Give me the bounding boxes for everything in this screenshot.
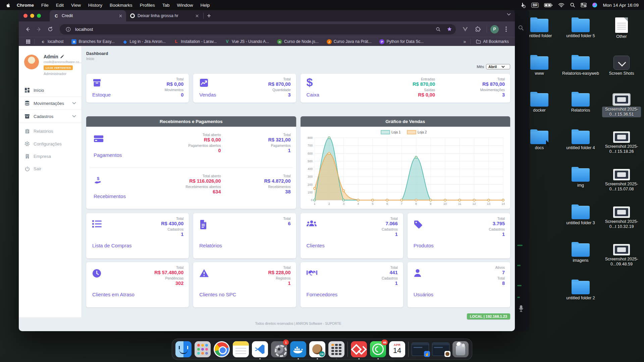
tab-deixar-linha[interactable]: Deixar linha grossa hr [126, 10, 203, 21]
zoom-window-button[interactable] [37, 14, 41, 18]
card-title[interactable]: Caixa [307, 92, 319, 98]
extensions-puzzle-icon[interactable] [473, 24, 483, 35]
dock-trash-icon[interactable] [452, 341, 469, 357]
card-title[interactable]: Estoque [92, 92, 111, 98]
desktop-icon-untitled-folder-5[interactable]: untitled folder 5 [561, 17, 600, 39]
close-tab-icon[interactable] [196, 14, 199, 17]
card-title[interactable]: Produtos [414, 243, 434, 249]
desktop-icon-screenshot-3[interactable]: Screenshot 2025-0...t 15.07.08 [602, 166, 641, 192]
desktop-icon-screen-shots[interactable]: Screen Shots [602, 54, 641, 76]
dock-vscode-icon[interactable] [252, 341, 268, 357]
desktop-icon-relatorios[interactable]: Relatorios [561, 91, 600, 113]
reload-button[interactable] [45, 24, 56, 35]
card-title[interactable]: Clientes no SPC [199, 292, 236, 298]
card-caixa[interactable]: $ Caixa EntradasR$ 870,00 SaídasR$ 0,00 … [301, 74, 511, 103]
bookmark-laravel[interactable]: Installation - Larav... [170, 39, 221, 44]
sidebar-item-relatorios[interactable]: Relatórios [19, 125, 82, 137]
dock-anydesk-icon[interactable] [351, 341, 367, 357]
address-bar[interactable]: localhost [60, 24, 456, 35]
spotlight-search-icon[interactable] [570, 2, 575, 8]
dock-launchpad-icon[interactable] [195, 341, 211, 357]
menu-item-view[interactable]: View [67, 3, 85, 8]
bookmark-vue[interactable]: Vue JS - Usando A... [221, 39, 273, 44]
card-usuarios[interactable]: Usuários Ativos7 Total8 [408, 262, 510, 307]
dock-finder-icon[interactable] [175, 341, 192, 357]
dock-minimized-window-1[interactable]: ☝ [412, 343, 429, 356]
menu-item-history[interactable]: History [85, 3, 106, 8]
control-center-icon[interactable] [581, 3, 587, 7]
dock-calendar-icon[interactable]: APR 14 [389, 341, 405, 357]
card-clientes[interactable]: Clientes Total7.066 Cadastros1 [301, 213, 403, 258]
desktop-icon-img[interactable]: img [561, 166, 600, 188]
card-fornecedores[interactable]: Fornecedores Total441 Cadastros1 [301, 262, 403, 307]
kebab-menu-icon[interactable] [501, 24, 512, 35]
dock-settings-icon[interactable]: 1 [271, 341, 287, 357]
desktop-icon-other[interactable]: Other [602, 17, 641, 39]
recebimentos-row[interactable]: $ Recebimentos Total abertoR$ 116.026,00… [86, 168, 296, 209]
sidebar-item-sair[interactable]: Sair [19, 163, 82, 175]
forward-button[interactable] [34, 24, 44, 35]
bookmark-star-icon[interactable] [445, 25, 454, 34]
card-clientes-em-atraso[interactable]: Clientes em Atraso TotalR$ 57.480,00 Pen… [86, 262, 189, 307]
card-title[interactable]: Clientes em Atraso [92, 292, 135, 298]
dock-minimized-window-2[interactable] [432, 343, 449, 356]
background-window-edge[interactable] [515, 10, 529, 331]
card-title[interactable]: Usuários [414, 292, 433, 298]
card-relatorios[interactable]: Relatórios Total6 [193, 213, 296, 258]
bookmark-jira[interactable]: Log in - Jira Anron... [119, 39, 170, 44]
desktop-icon-imagens[interactable]: imagens [561, 241, 600, 263]
vue-devtools-icon[interactable] [460, 24, 471, 35]
card-title[interactable]: Lista de Compras [92, 243, 132, 249]
profile-avatar[interactable]: P [490, 25, 499, 34]
desktop-icon-untitled-folder-4[interactable]: untitled folder 4 [561, 129, 600, 150]
bookmark-node[interactable]: Curso de Node.js... [273, 39, 323, 44]
card-title[interactable]: Recebimentos [94, 193, 126, 199]
minimize-window-button[interactable] [30, 14, 34, 18]
menu-bar-clock[interactable]: Mon 14 Apr 16:09 [603, 3, 639, 8]
desktop-icon-screenshot-selected[interactable]: Screenshot 2025-0...t 15.36.51 [602, 91, 641, 117]
hand-notification-icon[interactable] [520, 2, 526, 8]
menu-item-chrome[interactable]: Chrome [13, 3, 38, 8]
desktop-icon-screenshot-2[interactable]: Screenshot 2025-0...t 15.18.26 [602, 129, 641, 154]
card-title[interactable]: Pagamentos [94, 152, 122, 158]
card-estoque[interactable]: Estoque TotalR$ 0,00 Movimentos0 [86, 74, 189, 103]
tab-credit[interactable]: Credit [50, 10, 126, 21]
card-title[interactable]: Vendas [199, 92, 216, 98]
menu-item-bookmarks[interactable]: Bookmarks [106, 3, 136, 8]
wifi-icon[interactable] [558, 3, 565, 8]
desktop-icon-screenshot-5[interactable]: Screenshot 2025-0...09.48.59 [602, 241, 641, 267]
dock-whatsapp-icon[interactable]: 46 [370, 341, 386, 357]
card-produtos[interactable]: Produtos Total3.795 Cadastros1 [408, 213, 510, 258]
dock-chrome-icon[interactable] [214, 341, 230, 357]
close-tab-icon[interactable] [119, 14, 122, 17]
site-info-icon[interactable] [64, 25, 72, 34]
menu-item-help[interactable]: Help [197, 3, 213, 8]
dock-docker-icon[interactable] [290, 341, 306, 357]
sidebar-item-configuracoes[interactable]: Configurações [19, 137, 82, 150]
user-avatar[interactable] [24, 55, 39, 69]
desktop-icon-screenshot-4[interactable]: Screenshot 2025-0...t 10.32.19 [602, 204, 641, 229]
back-button[interactable] [22, 24, 33, 35]
area-chart[interactable]: 0100200300400500600700800123456789101112… [303, 128, 508, 208]
card-title[interactable]: Fornecedores [307, 292, 338, 298]
menu-item-edit[interactable]: Edit [52, 3, 67, 8]
all-bookmarks-button[interactable]: All Bookmarks [475, 39, 509, 44]
edit-pencil-icon[interactable] [60, 55, 64, 59]
desktop-icon-untitled-folder-3[interactable]: untitled folder 3 [561, 204, 600, 226]
dock-calculator-icon[interactable] [328, 341, 344, 357]
sidebar-item-empresa[interactable]: Empresa [19, 150, 82, 163]
sidebar-item-movimentacoes[interactable]: Movimentações [19, 97, 82, 110]
dock-notes-icon[interactable] [233, 341, 249, 357]
url-text[interactable]: localhost [75, 27, 93, 32]
bookmarks-overflow-icon[interactable]: » [464, 39, 466, 44]
card-title[interactable]: Clientes [307, 243, 325, 249]
input-source-indicator[interactable]: BR [531, 3, 539, 8]
tab-search-chevron-icon[interactable] [507, 13, 511, 16]
bookmark-python[interactable]: Python for Data Sc... [375, 39, 428, 44]
dock-dbeaver-icon[interactable]: CE [309, 341, 325, 357]
bookmark-bitbucket[interactable]: Branches for Easy... [67, 39, 118, 44]
siri-icon[interactable] [592, 2, 597, 8]
desktop-icon-untitled-folder-2[interactable]: untitled folder 2 [561, 279, 600, 301]
apple-logo-icon[interactable] [5, 2, 11, 8]
find-in-page-icon[interactable] [434, 25, 442, 34]
